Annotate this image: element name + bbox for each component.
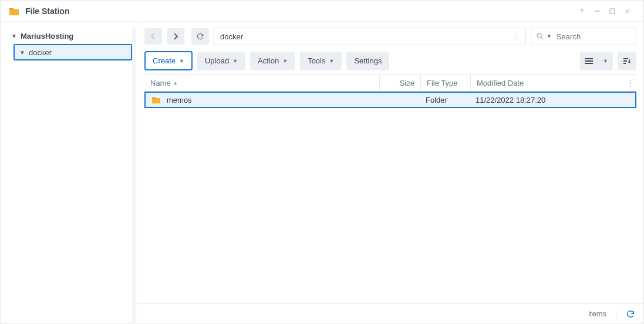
- caret-down-icon: ▼: [179, 58, 184, 64]
- col-name-header[interactable]: Name ▲: [144, 75, 380, 91]
- sort-asc-icon: ▲: [173, 80, 178, 86]
- caret-down-icon[interactable]: ▼: [547, 33, 552, 39]
- col-date-header[interactable]: Modified Date: [471, 75, 623, 91]
- view-dropdown[interactable]: ▼: [598, 52, 613, 70]
- search-input[interactable]: [557, 32, 644, 41]
- caret-down-icon: ▼: [11, 33, 17, 39]
- upload-button[interactable]: Upload ▼: [197, 52, 245, 70]
- tree-item-docker[interactable]: ▼ docker: [14, 44, 132, 60]
- cell-date-text: 11/22/2022 18:27:20: [476, 96, 545, 104]
- status-items-label: items: [588, 309, 606, 318]
- tree-root-label: MariusHosting: [21, 32, 73, 41]
- col-type-header[interactable]: File Type: [421, 75, 471, 91]
- toolbar: docker ☆ ▼ Create ▼: [137, 22, 643, 74]
- tree-root[interactable]: ▼ MariusHosting: [5, 28, 132, 44]
- star-icon[interactable]: ☆: [511, 31, 520, 42]
- close-button[interactable]: [620, 4, 635, 19]
- action-label: Action: [258, 56, 279, 65]
- folder-icon: [151, 96, 161, 104]
- window-title: File Station: [25, 6, 574, 16]
- cell-name-text: memos: [167, 96, 192, 104]
- col-type-label: File Type: [427, 79, 458, 87]
- app-folder-icon: [9, 6, 19, 16]
- sort-button[interactable]: [618, 52, 636, 70]
- status-bar: items: [137, 303, 643, 323]
- separator: [616, 309, 616, 319]
- cell-name: memos: [146, 93, 379, 107]
- table-row[interactable]: memos Folder 11/22/2022 18:27:20: [144, 92, 636, 108]
- tools-button[interactable]: Tools ▼: [300, 52, 342, 70]
- caret-down-icon: ▼: [329, 58, 335, 64]
- body: ▼ MariusHosting ▼ docker: [1, 22, 643, 323]
- grid-rows: memos Folder 11/22/2022 18:27:20: [144, 92, 636, 303]
- search-box[interactable]: ▼: [531, 28, 636, 45]
- main-panel: docker ☆ ▼ Create ▼: [137, 22, 643, 323]
- refresh-button[interactable]: [191, 28, 209, 45]
- caret-down-icon: ▼: [282, 58, 288, 64]
- path-value: docker: [220, 32, 243, 41]
- upload-label: Upload: [205, 56, 229, 65]
- help-button[interactable]: [574, 4, 589, 19]
- grid-header: Name ▲ Size File Type Modified Date ⋮: [144, 74, 636, 92]
- nav-forward-button[interactable]: [167, 28, 184, 45]
- file-station-window: File Station ▼ MariusHosting ▼ docker: [0, 0, 644, 324]
- cell-type: Folder: [420, 93, 470, 107]
- col-size-header[interactable]: Size: [380, 75, 421, 91]
- nav-row: docker ☆ ▼: [144, 28, 636, 45]
- col-date-label: Modified Date: [477, 79, 524, 87]
- sidebar: ▼ MariusHosting ▼ docker: [1, 22, 137, 323]
- settings-button[interactable]: Settings: [346, 52, 389, 70]
- caret-down-icon: ▼: [19, 49, 25, 56]
- nav-back-button[interactable]: [144, 28, 162, 45]
- cell-date: 11/22/2022 18:27:20: [470, 93, 635, 107]
- svg-point-5: [537, 33, 541, 38]
- col-size-label: Size: [400, 79, 414, 87]
- search-icon: [536, 32, 544, 41]
- titlebar: File Station: [1, 1, 643, 22]
- status-refresh-button[interactable]: [626, 309, 635, 319]
- tools-label: Tools: [308, 56, 325, 65]
- caret-down-icon: ▼: [232, 58, 238, 64]
- minimize-button[interactable]: [589, 4, 605, 19]
- svg-rect-2: [610, 9, 615, 14]
- tree-item-label: docker: [29, 48, 52, 57]
- maximize-button[interactable]: [605, 4, 620, 19]
- create-label: Create: [153, 56, 176, 65]
- action-row: Create ▼ Upload ▼ Action ▼ Tools ▼: [144, 51, 636, 70]
- action-button[interactable]: Action ▼: [250, 52, 295, 70]
- list-view-icon[interactable]: [580, 52, 598, 70]
- file-grid: Name ▲ Size File Type Modified Date ⋮: [137, 74, 643, 303]
- create-button[interactable]: Create ▼: [144, 51, 193, 70]
- path-bar[interactable]: docker ☆: [214, 28, 526, 45]
- cell-size: [379, 93, 420, 107]
- svg-point-0: [581, 12, 582, 13]
- cell-type-text: Folder: [426, 96, 447, 104]
- settings-label: Settings: [354, 56, 382, 65]
- col-name-label: Name: [150, 79, 171, 87]
- col-more-button[interactable]: ⋮: [623, 75, 636, 91]
- svg-line-6: [541, 38, 543, 39]
- view-mode-button[interactable]: ▼: [580, 52, 613, 70]
- sidebar-scrollbar[interactable]: [132, 25, 136, 324]
